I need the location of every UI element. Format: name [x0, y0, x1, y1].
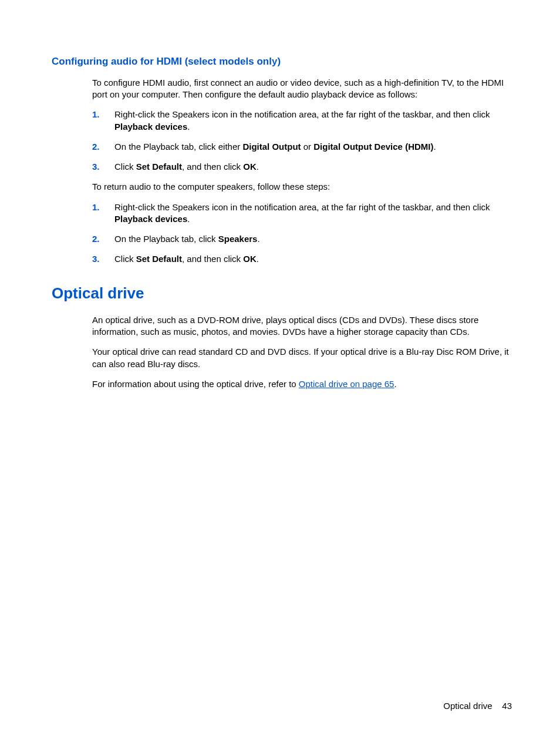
step-item: 2. On the Playback tab, click either Dig… [92, 141, 512, 153]
section-configuring-audio: To configure HDMI audio, first connect a… [92, 77, 512, 266]
footer-page-number: 43 [502, 701, 512, 711]
footer-section-label: Optical drive [443, 701, 492, 711]
steps-configure: 1. Right-click the Speakers icon in the … [92, 109, 512, 173]
steps-return: 1. Right-click the Speakers icon in the … [92, 201, 512, 266]
step-number: 3. [92, 161, 114, 173]
optical-paragraph-3: For information about using the optical … [92, 378, 512, 390]
heading-optical-drive: Optical drive [52, 283, 512, 304]
step-item: 1. Right-click the Speakers icon in the … [92, 109, 512, 133]
step-item: 3. Click Set Default, and then click OK. [92, 161, 512, 173]
step-text: Click Set Default, and then click OK. [114, 161, 512, 173]
step-number: 1. [92, 109, 114, 120]
step-number: 2. [92, 141, 114, 153]
step-text: On the Playback tab, click Speakers. [114, 233, 512, 245]
step-item: 2. On the Playback tab, click Speakers. [92, 233, 512, 245]
return-intro: To return audio to the computer speakers… [92, 181, 512, 193]
step-text: Right-click the Speakers icon in the not… [114, 109, 512, 133]
step-text: On the Playback tab, click either Digita… [114, 141, 512, 153]
step-item: 3. Click Set Default, and then click OK. [92, 253, 512, 265]
section-optical-drive: An optical drive, such as a DVD-ROM driv… [92, 314, 512, 390]
optical-paragraph-2: Your optical drive can read standard CD … [92, 346, 512, 370]
step-number: 3. [92, 253, 114, 265]
subheading-configuring-audio: Configuring audio for HDMI (select model… [52, 55, 512, 69]
step-text: Right-click the Speakers icon in the not… [114, 201, 512, 226]
optical-paragraph-1: An optical drive, such as a DVD-ROM driv… [92, 314, 512, 338]
page-footer: Optical drive 43 [443, 700, 512, 712]
page-content: Configuring audio for HDMI (select model… [52, 55, 512, 705]
step-item: 1. Right-click the Speakers icon in the … [92, 201, 512, 226]
link-optical-drive-page-65[interactable]: Optical drive on page 65 [299, 379, 394, 389]
step-number: 2. [92, 233, 114, 245]
step-number: 1. [92, 201, 114, 213]
intro-paragraph: To configure HDMI audio, first connect a… [92, 77, 512, 101]
step-text: Click Set Default, and then click OK. [114, 253, 512, 265]
